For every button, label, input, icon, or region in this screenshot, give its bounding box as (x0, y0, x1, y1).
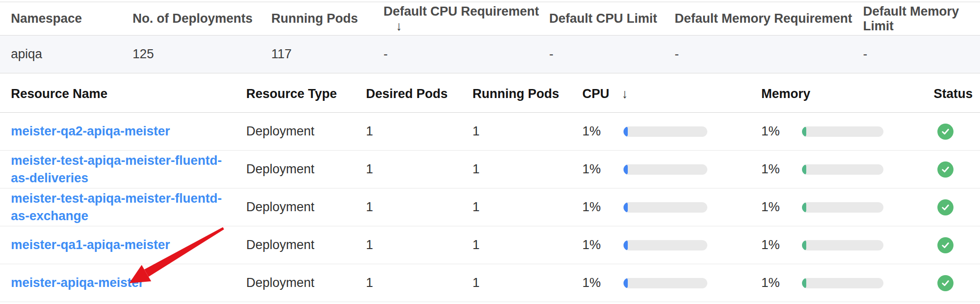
resource-type: Deployment (246, 238, 366, 252)
memory-usage-bar-fill (802, 278, 806, 288)
header-running-pods-resource[interactable]: Running Pods (472, 87, 582, 101)
header-default-cpu-limit[interactable]: Default CPU Limit (549, 11, 675, 26)
memory-usage-bar-fill (802, 240, 806, 250)
sort-descending-icon: ↓ (396, 19, 402, 34)
namespace-default-memory-requirement: - (675, 47, 863, 62)
cpu-percent: 1% (582, 276, 624, 290)
running-pods-value: 1 (472, 124, 582, 139)
status-healthy-icon (937, 161, 953, 178)
sort-descending-icon: ↓ (622, 87, 628, 101)
memory-usage-bar (802, 240, 883, 250)
status-healthy-icon (937, 275, 953, 291)
namespace-deployments-count: 125 (133, 47, 271, 62)
header-default-memory-requirement[interactable]: Default Memory Requirement (675, 11, 863, 26)
running-pods-value: 1 (472, 276, 582, 290)
cpu-percent: 1% (582, 200, 624, 215)
cpu-percent: 1% (582, 238, 624, 252)
header-desired-pods[interactable]: Desired Pods (366, 87, 472, 101)
desired-pods-value: 1 (366, 276, 472, 290)
memory-usage-bar (802, 126, 883, 137)
header-memory[interactable]: Memory (761, 87, 934, 101)
header-deployments[interactable]: No. of Deployments (133, 11, 271, 26)
header-resource-name[interactable]: Resource Name (11, 87, 246, 101)
memory-percent: 1% (761, 238, 802, 252)
namespace-default-memory-limit: - (863, 47, 980, 62)
cpu-percent: 1% (582, 124, 624, 139)
cpu-usage-bar (624, 278, 707, 288)
cpu-usage-bar-fill (624, 240, 628, 250)
resource-link[interactable]: meister-test-apiqa-meister-fluentd-as-de… (11, 152, 231, 187)
memory-percent: 1% (761, 124, 802, 139)
namespace-default-cpu-requirement: - (383, 47, 549, 62)
desired-pods-value: 1 (366, 162, 472, 177)
running-pods-value: 1 (472, 162, 582, 177)
cpu-usage-bar (624, 202, 707, 213)
resource-type: Deployment (246, 200, 366, 215)
desired-pods-value: 1 (366, 124, 472, 139)
resource-type: Deployment (246, 124, 366, 139)
namespace-row[interactable]: apiqa 125 117 - - - - (0, 35, 980, 73)
resource-type: Deployment (246, 276, 366, 290)
cpu-percent: 1% (582, 162, 624, 177)
resource-link[interactable]: meister-test-apiqa-meister-fluentd-as-ex… (11, 190, 231, 225)
memory-percent: 1% (761, 162, 802, 177)
resource-link[interactable]: meister-apiqa-meister (11, 274, 144, 292)
cpu-usage-bar-fill (624, 278, 628, 288)
running-pods-value: 1 (472, 238, 582, 252)
memory-usage-bar-fill (802, 126, 806, 137)
cpu-usage-bar (624, 240, 707, 250)
resource-table-header: Resource Name Resource Type Desired Pods… (0, 75, 980, 113)
header-namespace[interactable]: Namespace (11, 11, 133, 26)
resource-link[interactable]: meister-qa2-apiqa-meister (11, 123, 170, 140)
desired-pods-value: 1 (366, 200, 472, 215)
resource-row: meister-qa2-apiqa-meister Deployment 1 1… (0, 113, 980, 151)
namespace-default-cpu-limit: - (549, 47, 675, 62)
header-default-cpu-requirement[interactable]: Default CPU Requirement↓ (383, 4, 549, 34)
namespace-detail-page: Namespace No. of Deployments Running Pod… (0, 0, 980, 304)
resource-row: meister-test-apiqa-meister-fluentd-as-de… (0, 151, 980, 188)
resource-row: meister-test-apiqa-meister-fluentd-as-ex… (0, 188, 980, 226)
resource-row: meister-qa1-apiqa-meister Deployment 1 1… (0, 226, 980, 264)
cpu-usage-bar-fill (624, 126, 628, 137)
namespace-name: apiqa (11, 47, 133, 62)
cpu-usage-bar (624, 164, 707, 175)
header-cpu-label: CPU (582, 87, 609, 101)
running-pods-value: 1 (472, 200, 582, 215)
status-healthy-icon (937, 199, 953, 215)
header-running-pods[interactable]: Running Pods (271, 11, 383, 26)
header-status[interactable]: Status (934, 87, 980, 101)
memory-usage-bar (802, 164, 883, 175)
header-default-memory-limit[interactable]: Default Memory Limit (863, 4, 980, 34)
resource-link[interactable]: meister-qa1-apiqa-meister (11, 236, 170, 254)
memory-usage-bar (802, 278, 883, 288)
status-healthy-icon (937, 237, 953, 253)
namespace-table-header: Namespace No. of Deployments Running Pod… (0, 1, 980, 35)
namespace-running-pods-count: 117 (271, 47, 383, 62)
header-resource-type[interactable]: Resource Type (246, 87, 366, 101)
status-healthy-icon (937, 124, 953, 140)
cpu-usage-bar-fill (624, 164, 628, 175)
memory-usage-bar-fill (802, 202, 806, 213)
header-default-cpu-requirement-label: Default CPU Requirement (383, 4, 539, 18)
cpu-usage-bar-fill (624, 202, 628, 213)
cpu-usage-bar (624, 126, 707, 137)
desired-pods-value: 1 (366, 238, 472, 252)
header-cpu[interactable]: CPU↓ (582, 87, 761, 101)
memory-percent: 1% (761, 276, 802, 290)
memory-usage-bar-fill (802, 164, 806, 175)
memory-usage-bar (802, 202, 883, 213)
resource-row: meister-apiqa-meister Deployment 1 1 1% … (0, 264, 980, 302)
resource-type: Deployment (246, 162, 366, 177)
memory-percent: 1% (761, 200, 802, 215)
